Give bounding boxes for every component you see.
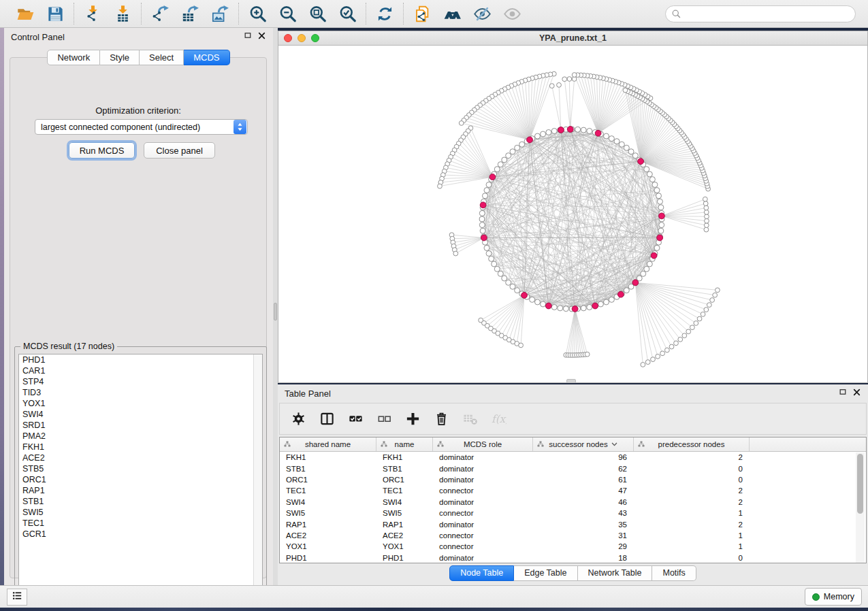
graph-node[interactable] xyxy=(656,193,662,199)
graph-mcds-node[interactable] xyxy=(617,291,624,297)
graph-mcds-node[interactable] xyxy=(481,235,487,241)
float-table-panel-icon[interactable] xyxy=(839,388,848,399)
network-from-document-button[interactable] xyxy=(411,3,434,24)
graph-node[interactable] xyxy=(479,222,485,228)
graph-leaf-node[interactable] xyxy=(664,348,669,352)
graph-leaf-node[interactable] xyxy=(713,293,718,297)
graph-node[interactable] xyxy=(581,127,586,133)
graph-leaf-node[interactable] xyxy=(703,201,708,206)
graph-leaf-node[interactable] xyxy=(704,205,709,210)
search-input[interactable] xyxy=(665,5,856,22)
graph-leaf-node[interactable] xyxy=(669,344,674,349)
memory-button[interactable]: Memory xyxy=(805,588,862,606)
graph-node[interactable] xyxy=(480,228,485,233)
mcds-result-item[interactable]: SWI4 xyxy=(19,409,262,420)
graph-leaf-node[interactable] xyxy=(704,223,709,228)
graph-node[interactable] xyxy=(644,167,649,172)
graph-mcds-node[interactable] xyxy=(651,252,657,259)
graph-node[interactable] xyxy=(494,167,500,172)
panel-menu-button[interactable] xyxy=(7,589,27,606)
graph-node[interactable] xyxy=(654,245,660,250)
mcds-result-item[interactable]: TID3 xyxy=(19,387,262,398)
graph-leaf-node[interactable] xyxy=(686,329,691,334)
table-scrollbar-thumb[interactable] xyxy=(857,454,863,514)
graph-mcds-node[interactable] xyxy=(545,303,551,309)
table-row[interactable]: YOX1YOX1connector291 xyxy=(280,541,866,552)
graph-leaf-node[interactable] xyxy=(710,298,715,303)
graph-node[interactable] xyxy=(644,266,649,271)
network-graph-canvas[interactable] xyxy=(278,46,867,382)
graph-node[interactable] xyxy=(541,131,546,137)
graph-node[interactable] xyxy=(546,129,551,135)
table-row[interactable]: ACE2ACE2connector311 xyxy=(280,530,866,541)
graph-leaf-node[interactable] xyxy=(660,351,665,356)
graph-node[interactable] xyxy=(657,199,662,204)
graph-mcds-node[interactable] xyxy=(489,174,496,180)
graph-node[interactable] xyxy=(624,288,629,293)
graph-node[interactable] xyxy=(604,299,609,305)
hide-graphics-button[interactable] xyxy=(470,3,494,24)
export-image-button[interactable] xyxy=(208,3,231,24)
graph-node[interactable] xyxy=(658,228,664,233)
graph-node[interactable] xyxy=(515,288,520,293)
mcds-result-item[interactable]: FKH1 xyxy=(19,442,262,452)
mcds-result-item[interactable]: CAR1 xyxy=(19,365,262,376)
graph-leaf-node[interactable] xyxy=(716,288,720,293)
graph-mcds-node[interactable] xyxy=(558,127,564,133)
graph-node[interactable] xyxy=(551,304,557,310)
vertical-splitter[interactable] xyxy=(273,28,278,585)
graph-leaf-node[interactable] xyxy=(438,184,443,188)
graph-leaf-node[interactable] xyxy=(678,337,683,342)
graph-node[interactable] xyxy=(530,297,535,302)
close-panel-button[interactable]: Close panel xyxy=(144,142,215,159)
graph-mcds-node[interactable] xyxy=(632,280,639,286)
mcds-result-item[interactable]: TEC1 xyxy=(19,518,262,529)
horizontal-splitter-grip[interactable] xyxy=(566,379,576,383)
graph-node[interactable] xyxy=(534,299,540,305)
tab-network[interactable]: Network xyxy=(47,50,100,65)
table-settings-button[interactable] xyxy=(289,410,307,428)
split-table-button[interactable] xyxy=(318,410,336,428)
table-row[interactable]: TEC1TEC1connector472 xyxy=(280,485,866,496)
table-row[interactable]: PHD1PHD1dominator180 xyxy=(280,552,866,563)
graph-leaf-node[interactable] xyxy=(562,77,567,82)
graph-mcds-node[interactable] xyxy=(527,137,533,143)
network-window-titlebar[interactable]: YPA_prune.txt_1 xyxy=(278,31,867,46)
zoom-fit-button[interactable] xyxy=(306,3,329,24)
save-session-button[interactable] xyxy=(44,3,67,24)
graph-leaf-node[interactable] xyxy=(704,210,709,214)
column-header-shared-name[interactable]: shared name xyxy=(280,437,376,451)
graph-node[interactable] xyxy=(649,177,655,182)
graph-mcds-node[interactable] xyxy=(572,306,578,312)
tab-style[interactable]: Style xyxy=(100,50,140,65)
graph-leaf-node[interactable] xyxy=(705,214,709,219)
graph-node[interactable] xyxy=(609,297,614,302)
graph-node[interactable] xyxy=(502,276,507,281)
graph-leaf-node[interactable] xyxy=(697,316,702,321)
graph-node[interactable] xyxy=(558,306,563,311)
table-row[interactable]: STB1STB1dominator620 xyxy=(280,463,866,474)
graph-leaf-node[interactable] xyxy=(705,218,709,223)
graph-leaf-node[interactable] xyxy=(585,352,590,357)
graph-node[interactable] xyxy=(628,149,634,154)
graph-mcds-node[interactable] xyxy=(638,159,644,165)
graph-leaf-node[interactable] xyxy=(549,84,554,88)
graph-node[interactable] xyxy=(534,133,540,139)
tab-select[interactable]: Select xyxy=(140,50,184,65)
mcds-result-item[interactable]: PHD1 xyxy=(19,354,262,365)
refresh-layout-button[interactable] xyxy=(373,3,396,24)
add-column-button[interactable] xyxy=(404,410,421,428)
import-table-button[interactable] xyxy=(111,3,134,24)
graph-node[interactable] xyxy=(632,153,638,159)
graph-node[interactable] xyxy=(647,171,652,177)
graph-leaf-node[interactable] xyxy=(572,73,577,78)
graph-node[interactable] xyxy=(498,162,503,167)
tab-node-table[interactable]: Node Table xyxy=(449,565,514,581)
column-header-MCDS-role[interactable]: MCDS role xyxy=(433,437,533,451)
table-row[interactable]: RAP1RAP1dominator352 xyxy=(280,518,866,529)
mcds-result-item[interactable]: ORC1 xyxy=(19,474,262,485)
graph-node[interactable] xyxy=(484,188,489,193)
graph-node[interactable] xyxy=(489,256,494,261)
graph-leaf-node[interactable] xyxy=(459,121,464,126)
table-row[interactable]: ORC1ORC1dominator610 xyxy=(280,474,866,485)
